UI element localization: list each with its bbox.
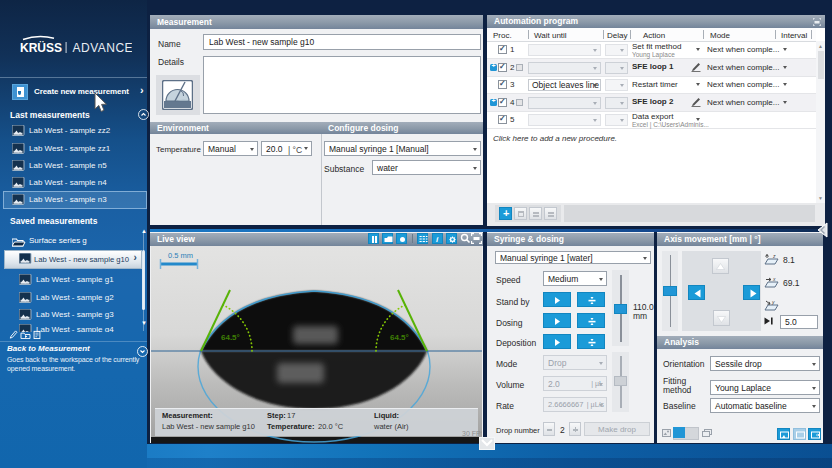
svg-text:Step:: Step: (267, 411, 286, 420)
svg-text:64.5°: 64.5° (221, 333, 240, 342)
svg-text:ADVANCE: ADVANCE (73, 41, 133, 55)
svg-text:water (Air): water (Air) (373, 422, 409, 431)
svg-text:Lab West - new sample g10: Lab West - new sample g10 (162, 422, 255, 431)
svg-text:z: z (772, 254, 776, 259)
svg-text:Liquid:: Liquid: (374, 411, 399, 420)
svg-text:Measurement:: Measurement: (162, 411, 213, 420)
svg-text:17: 17 (287, 411, 295, 420)
svg-text:Temperature:: Temperature: (267, 422, 314, 431)
svg-text:64.5°: 64.5° (390, 333, 409, 342)
svg-text:KRÜSS: KRÜSS (20, 40, 62, 55)
svg-text:x: x (772, 277, 776, 282)
svg-text:0.5 mm: 0.5 mm (168, 251, 193, 260)
svg-text:30 FPS: 30 FPS (462, 430, 482, 437)
svg-text:20.0 °C: 20.0 °C (318, 422, 344, 431)
svg-text:y: y (771, 300, 775, 305)
